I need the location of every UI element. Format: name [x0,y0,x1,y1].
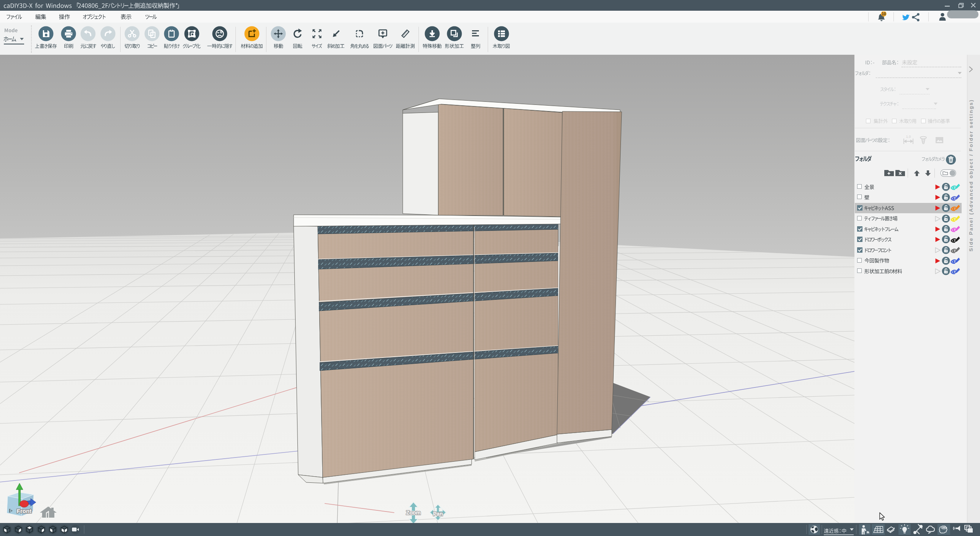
svg-text:10: 10 [882,12,886,16]
svg-text:Front: Front [17,508,31,514]
svg-text:1.0: 1.0 [906,135,911,139]
svg-text:Pan: Pan [433,511,443,517]
svg-text:Zoom: Zoom [406,510,421,516]
